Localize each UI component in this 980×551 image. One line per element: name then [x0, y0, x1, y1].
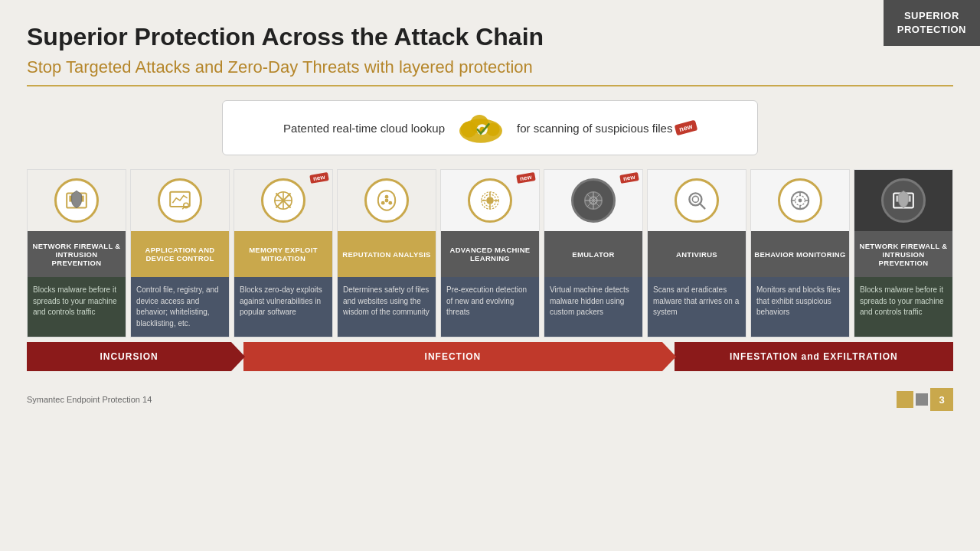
icon-area-adc [131, 170, 229, 231]
brand-label: Symantec Endpoint Protection 14 [27, 395, 152, 404]
infection-arrow [662, 342, 676, 371]
col-desc-emu: Virtual machine detects malware hidden u… [544, 277, 642, 337]
cloud-new-badge: new [675, 120, 697, 136]
icon-area-emu: new [544, 170, 642, 231]
col-title-nfip1: NETWORK FIREWALL & INTRUSION PREVENTION [28, 231, 126, 277]
cloud-text-before: Patented real-time cloud lookup [283, 122, 445, 135]
column-av: ANTIVIRUS Scans and eradicates malware t… [647, 169, 746, 337]
svg-line-12 [182, 207, 184, 209]
col-title-bm: BEHAVIOR MONITORING [751, 231, 849, 277]
col-title-adc: APPLICATION AND DEVICE CONTROL [131, 231, 229, 277]
col-title-rep: REPUTATION ANALYSIS [338, 231, 436, 277]
new-tag-emu: new [620, 172, 639, 184]
icon-area-aml: new [441, 170, 539, 231]
icon-circle-adc [158, 178, 202, 223]
square-gold [897, 391, 913, 408]
icon-area-nfip1 [28, 170, 126, 231]
superior-badge: SUPERIOR PROTECTION [884, 0, 980, 46]
col-desc-nfip2: Blocks malware before it spreads to your… [854, 277, 952, 337]
col-desc-adc: Control file, registry, and device acces… [131, 277, 229, 337]
col-desc-av: Scans and eradicates malware that arrive… [648, 277, 746, 337]
page-subtitle: Stop Targeted Attacks and Zero-Day Threa… [27, 57, 953, 86]
col-desc-bm: Monitors and blocks files that exhibit s… [751, 277, 849, 337]
col-title-mem: MEMORY EXPLOIT MITIGATION [234, 231, 332, 277]
cloud-text-after: for scanning of suspicious files [517, 122, 672, 135]
col-title-nfip2: NETWORK FIREWALL & INTRUSION PREVENTION [854, 231, 952, 277]
col-desc-rep: Determines safety of files and websites … [338, 277, 436, 337]
badge-line1: SUPERIOR [904, 10, 959, 21]
col-desc-nfip1: Blocks malware before it spreads to your… [28, 277, 126, 337]
infestation-section: INFESTATION and EXFILTRATION [675, 342, 953, 371]
svg-point-21 [385, 199, 389, 203]
svg-point-20 [388, 201, 392, 205]
icon-circle-av [675, 178, 719, 223]
svg-point-22 [486, 197, 494, 204]
icon-circle-mem [261, 178, 305, 223]
icon-area-nfip2 [854, 170, 952, 231]
footer: Symantec Endpoint Protection 14 3 [0, 385, 980, 414]
icon-area-rep [338, 170, 436, 231]
incursion-arrow [231, 342, 245, 371]
infection-section: INFECTION [243, 342, 662, 371]
icon-circle-rep [364, 178, 409, 223]
col-title-emu: EMULATOR [544, 231, 642, 277]
svg-point-37 [692, 196, 698, 202]
icon-circle-nfip1 [54, 178, 99, 223]
column-bm: BEHAVIOR MONITORING Monitors and blocks … [750, 169, 850, 337]
cloud-gear-icon [454, 109, 508, 147]
columns-container: NETWORK FIREWALL & INTRUSION PREVENTION … [27, 169, 953, 337]
new-tag-mem: new [310, 172, 329, 184]
column-nfip2: NETWORK FIREWALL & INTRUSION PREVENTION … [854, 169, 953, 337]
icon-circle-aml [468, 178, 512, 223]
page-title: Superior Protection Across the Attack Ch… [27, 23, 953, 51]
new-tag-aml: new [517, 172, 536, 184]
column-rep: REPUTATION ANALYSIS Determines safety of… [337, 169, 436, 337]
icon-area-av [648, 170, 746, 231]
badge-line2: PROTECTION [897, 24, 966, 35]
icon-circle-nfip2 [881, 178, 926, 223]
svg-point-40 [799, 199, 802, 203]
column-nfip1: NETWORK FIREWALL & INTRUSION PREVENTION … [27, 169, 126, 337]
page-number: 3 [930, 388, 953, 411]
svg-point-18 [385, 195, 389, 199]
main-content: Superior Protection Across the Attack Ch… [0, 0, 980, 385]
svg-point-19 [381, 201, 385, 205]
icon-circle-bm [778, 178, 822, 223]
svg-rect-10 [170, 192, 190, 207]
cloud-banner: Patented real-time cloud lookup for scan… [222, 100, 758, 155]
footer-decoration: 3 [897, 388, 953, 411]
attack-chain-banner: INCURSION INFECTION INFESTATION and EXFI… [27, 342, 953, 371]
incursion-section: INCURSION [27, 342, 231, 371]
svg-line-36 [700, 204, 704, 208]
col-title-av: ANTIVIRUS [648, 231, 746, 277]
icon-area-bm [751, 170, 849, 231]
square-gray [916, 393, 928, 406]
column-aml: new ADVANCED MACHINE LEARNING Pre-execut… [440, 169, 540, 337]
col-desc-mem: Blocks zero-day exploits against vulnera… [234, 277, 332, 337]
col-title-aml: ADVANCED MACHINE LEARNING [441, 231, 539, 277]
column-mem: new MEMORY EXPLOIT MITIGATION Blocks zer… [234, 169, 333, 337]
icon-circle-emu [571, 178, 616, 223]
icon-area-mem: new [234, 170, 332, 231]
column-emu: new EMULATOR Virtual machine detects mal… [544, 169, 643, 337]
column-adc: APPLICATION AND DEVICE CONTROL Control f… [130, 169, 230, 337]
col-desc-aml: Pre-execution detection of new and evolv… [441, 277, 539, 337]
